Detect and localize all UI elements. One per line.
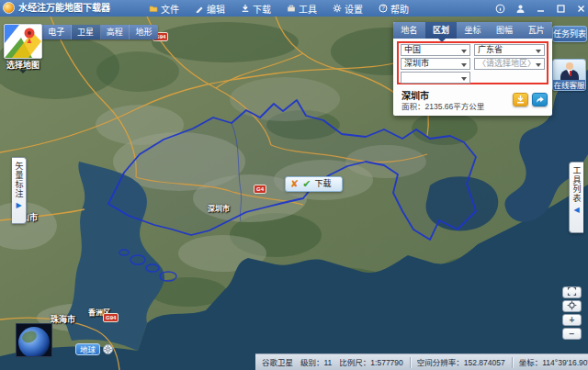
region-confirm-toolbar: ✘ ✔ 下载 (285, 176, 343, 192)
info-icon[interactable] (495, 4, 505, 14)
online-service-button[interactable]: 在线客服 (552, 59, 586, 91)
zoom-in-button[interactable]: + (562, 314, 582, 326)
map-label-city: 珠海市 (51, 313, 75, 325)
fullscreen-icon (567, 286, 577, 298)
download-action-label[interactable]: 下载 (314, 177, 331, 191)
district-select-group: 中国 广东省 深圳市 〈请选择地区〉 (397, 41, 548, 84)
app-title: 水经注万能地图下载器 (18, 0, 110, 17)
tab-tiles[interactable]: 瓦片 (520, 22, 552, 39)
status-map-info: 谷歌卫星 级别：11 比例尺：1:577790 (255, 357, 411, 368)
avatar-tie (570, 71, 571, 76)
gear-icon[interactable] (103, 344, 113, 354)
status-source: 谷歌卫星 (262, 357, 293, 368)
province-select[interactable]: 广东省 (474, 44, 545, 56)
chevron-right-icon: ▶ (16, 201, 21, 210)
tab-terrain-map[interactable]: 地形 (130, 25, 158, 39)
tab-elevation-map[interactable]: 高程 (101, 25, 130, 39)
map-type-tabs: 电子 卫星 高程 地形 (42, 25, 158, 39)
menu-file[interactable]: 文件 (147, 0, 181, 17)
empty-cell (474, 72, 545, 84)
result-area-value: 面积：2135.66平方公里 (401, 100, 484, 111)
share-region-button[interactable] (532, 93, 548, 107)
status-bar: 谷歌卫星 级别：11 比例尺：1:577790 空间分辨率：152.874057… (255, 353, 588, 370)
maximize-icon[interactable] (556, 4, 566, 14)
country-select[interactable]: 中国 (401, 44, 470, 56)
app-logo-icon (3, 2, 15, 14)
help-icon: ? (379, 4, 388, 13)
status-scale: 比例尺：1:577790 (339, 357, 402, 368)
cancel-icon[interactable]: ✘ (290, 177, 299, 191)
svg-text:?: ? (381, 5, 385, 11)
locate-icon (567, 300, 577, 312)
menu-settings[interactable]: 设置 (331, 0, 365, 17)
download-region-button[interactable] (513, 93, 528, 107)
road-shield: G94 (103, 313, 119, 322)
vector-annotation-tab[interactable]: 矢量标注 ▶ (12, 157, 27, 224)
chevron-left-icon: ◀ (573, 206, 579, 215)
confirm-icon[interactable]: ✔ (302, 177, 311, 191)
download-icon (241, 4, 250, 13)
district-select[interactable]: 〈请选择地区〉 (474, 58, 545, 70)
globe-overview-thumbnail[interactable] (16, 323, 52, 357)
toolbox-icon (287, 4, 296, 13)
chevron-down-icon (19, 70, 27, 73)
tool-list-tab[interactable]: 工具列表 ◀ (569, 162, 583, 233)
avatar-head (566, 62, 573, 70)
location-search-panel: 地名 区划 坐标 图幅 瓦片 中国 广东省 深圳市 〈请选择地区〉 深圳市 面积… (393, 22, 552, 116)
search-mode-tabs: 地名 区划 坐标 图幅 瓦片 (393, 22, 552, 39)
service-agent-avatar (553, 60, 585, 80)
title-bar: 水经注万能地图下载器 文件 编辑 下载 工具 设置 (0, 0, 588, 17)
status-resolution: 空间分辨率：152.874057 (411, 357, 513, 368)
extra-select[interactable] (401, 72, 470, 84)
map-source-logo[interactable] (4, 24, 42, 59)
vector-annotation-label: 矢量标注 (13, 162, 26, 198)
settings-icon (333, 4, 342, 13)
folder-icon (149, 4, 158, 13)
task-list-button[interactable]: 任务列表 (552, 26, 587, 42)
menu-edit[interactable]: 编辑 (193, 0, 227, 17)
tab-district[interactable]: 区划 (425, 22, 458, 39)
menu-tools[interactable]: 工具 (285, 0, 319, 17)
tool-list-label: 工具列表 (571, 166, 583, 203)
earth-view-button[interactable]: 地球 (75, 343, 100, 355)
minimize-icon[interactable] (536, 4, 546, 14)
status-level: 级别：11 (300, 357, 332, 368)
city-select[interactable]: 深圳市 (401, 58, 470, 70)
menu-bar: 文件 编辑 下载 工具 设置 ? 帮助 (147, 0, 411, 17)
menu-download[interactable]: 下载 (239, 0, 273, 17)
map-label-city: 深圳市 (208, 203, 230, 213)
zoom-out-button[interactable]: − (562, 328, 582, 340)
tab-mapsheet[interactable]: 图幅 (489, 22, 521, 39)
user-icon[interactable] (515, 4, 526, 14)
tab-placename[interactable]: 地名 (393, 22, 425, 39)
map-nav-controls: + − (562, 286, 582, 342)
tab-satellite-map[interactable]: 卫星 (72, 25, 101, 39)
road-shield: G4 (254, 185, 266, 194)
window-controls (495, 0, 586, 17)
menu-help[interactable]: ? 帮助 (377, 0, 411, 17)
online-service-label: 在线客服 (553, 80, 585, 91)
status-coordinates: 坐标：114°39'16.90"E，22°58'52.15"N (513, 357, 588, 368)
share-arrow-icon (535, 92, 545, 108)
fullscreen-button[interactable] (562, 286, 582, 298)
download-tray-icon (515, 92, 526, 108)
tab-electronic-map[interactable]: 电子 (42, 25, 72, 39)
app-window: 中山市 珠海市 香洲区 深圳市 G94 G94 G4 水经注万能地图下载器 文件… (0, 0, 588, 370)
close-icon[interactable] (576, 4, 586, 14)
edit-icon (195, 4, 204, 13)
locate-button[interactable] (562, 300, 582, 312)
tab-coordinates[interactable]: 坐标 (457, 22, 489, 39)
